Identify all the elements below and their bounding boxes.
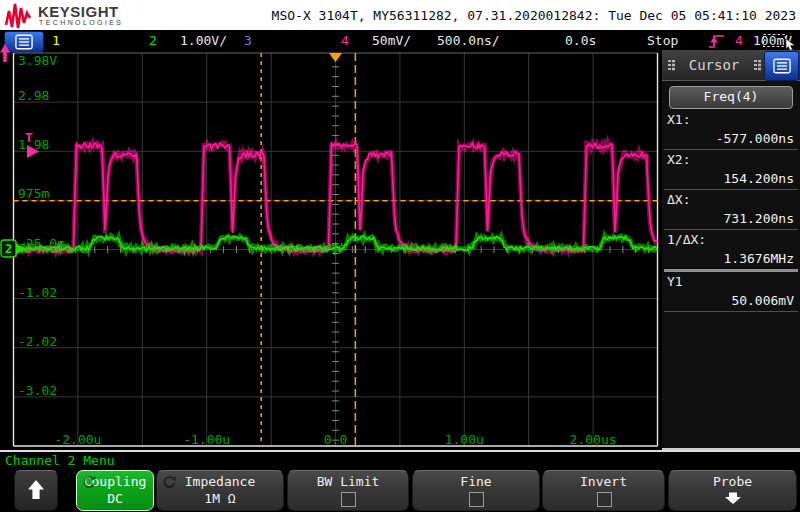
top-bar: KEYSIGHT TECHNOLOGIES MSO-X 3104T, MY563… bbox=[0, 0, 800, 30]
softkey-invert[interactable]: Invert bbox=[542, 470, 665, 511]
softkey-label: BW Limit bbox=[288, 474, 408, 489]
softkey-label: Probe bbox=[669, 474, 796, 489]
cursor-row-value[interactable]: 154.200ns bbox=[724, 171, 794, 186]
v-axis-label: 3.98V bbox=[18, 53, 57, 68]
status-ch1-label[interactable]: 1 bbox=[52, 33, 60, 48]
hamburger-menu-icon bbox=[771, 57, 793, 75]
t-axis-label: 2.00us bbox=[570, 432, 617, 447]
instrument-title: MSO-X 3104T, MY56311282, 07.31.202001284… bbox=[272, 8, 796, 23]
v-axis-label: -3.02 bbox=[18, 383, 57, 398]
status-ch2-scale[interactable]: 1.00V/ bbox=[180, 33, 227, 48]
softkey-coupling[interactable]: CouplingDC bbox=[76, 470, 154, 511]
status-run-state[interactable]: Stop bbox=[647, 33, 678, 48]
cursor-panel-menu-button[interactable] bbox=[764, 51, 799, 81]
cursor-readouts: X1:-577.000nsX2:154.200nsΔX:731.200ns1/Δ… bbox=[664, 110, 798, 312]
softkey-probe[interactable]: Probe bbox=[668, 470, 797, 511]
softkey-fine[interactable]: Fine bbox=[412, 470, 540, 511]
softkey-checkbox[interactable] bbox=[341, 492, 356, 507]
cycle-icon bbox=[162, 475, 177, 490]
cursor-row-1x: 1/ΔX:1.3676MHz bbox=[664, 230, 798, 272]
hamburger-menu-icon bbox=[13, 33, 35, 51]
v-axis-label: 2.98 bbox=[18, 88, 49, 103]
ch2-ground-badge-label: 2 bbox=[5, 242, 12, 256]
softkey-checkbox[interactable] bbox=[469, 492, 484, 507]
cursor-mode-button[interactable]: Freq(4) bbox=[669, 86, 793, 109]
cursor-row-value[interactable]: 731.200ns bbox=[724, 211, 794, 226]
cursor-row-x: ΔX:731.200ns bbox=[664, 190, 798, 230]
menu-separator-line bbox=[0, 450, 800, 452]
cursor-row-value[interactable]: 1.3676MHz bbox=[724, 251, 794, 266]
cursor-row-label: X1: bbox=[667, 112, 690, 127]
cursor-row-label: ΔX: bbox=[667, 192, 690, 207]
t-axis-label: -2.00u bbox=[54, 432, 101, 447]
cursor-row-y1: Y150.006mV bbox=[664, 272, 798, 312]
keysight-logo-icon bbox=[5, 1, 33, 29]
menu-title: Channel 2 Menu bbox=[5, 453, 115, 468]
v-axis-label: 975m bbox=[18, 186, 49, 201]
status-ch3-label[interactable]: 3 bbox=[244, 33, 252, 48]
softkey-impedance[interactable]: Impedance1M Ω bbox=[156, 470, 284, 511]
status-timebase[interactable]: 500.0ns/ bbox=[437, 33, 500, 48]
down-arrow-icon bbox=[724, 492, 742, 505]
waveform-display: 3.98V2.981.98975m-25.0m-1.02-2.02-3.02-2… bbox=[0, 52, 661, 450]
softkey-value: DC bbox=[77, 491, 153, 506]
softkey-value: 1M Ω bbox=[157, 491, 283, 506]
cursor-row-label: 1/ΔX: bbox=[667, 232, 706, 247]
status-bar: 121.00V/3450mV/500.0ns/0.0sStop4100mV bbox=[0, 30, 800, 52]
status-ch4-label[interactable]: 4 bbox=[341, 33, 349, 48]
t-axis-label: -1.00u bbox=[183, 432, 230, 447]
status-ch4-scale[interactable]: 50mV/ bbox=[372, 33, 411, 48]
cursor-row-x2: X2:154.200ns bbox=[664, 150, 798, 190]
cursor-row-label: Y1 bbox=[667, 274, 683, 289]
cursor-panel-title: Cursor bbox=[662, 57, 766, 73]
softkey-label: Invert bbox=[543, 474, 664, 489]
cursor-panel: Cursor Freq(4) X1:-577.000nsX2:154.200ns… bbox=[662, 50, 800, 450]
softkey-checkbox[interactable] bbox=[597, 492, 612, 507]
offscreen-marker-up-icon bbox=[0, 44, 11, 63]
status-ch2-label[interactable]: 2 bbox=[149, 33, 157, 48]
up-arrow-icon bbox=[26, 479, 46, 501]
cursor-row-value[interactable]: -577.000ns bbox=[716, 131, 794, 146]
cycle-icon bbox=[82, 475, 97, 490]
v-axis-label: -1.02 bbox=[18, 285, 57, 300]
selection-tool-icon[interactable] bbox=[762, 32, 798, 51]
panel-drag-grip-right[interactable] bbox=[754, 60, 757, 71]
trigger-level-marker-label: T bbox=[25, 130, 33, 145]
cursor-row-x1: X1:-577.000ns bbox=[664, 110, 798, 150]
t-axis-label: 0.0 bbox=[324, 432, 347, 447]
menu-back-button[interactable] bbox=[14, 470, 58, 511]
brand-name: KEYSIGHT bbox=[38, 3, 119, 20]
cursor-row-label: X2: bbox=[667, 152, 690, 167]
status-trigger-delay[interactable]: 0.0s bbox=[565, 33, 596, 48]
cursor-row-value[interactable]: 50.006mV bbox=[731, 293, 794, 308]
time-reference-marker[interactable] bbox=[329, 53, 342, 62]
status-trigger-source[interactable]: 4 bbox=[735, 33, 743, 48]
softkey-bw-limit[interactable]: BW Limit bbox=[287, 470, 409, 511]
t-axis-label: 1.00u bbox=[445, 432, 484, 447]
softkey-label: Fine bbox=[413, 474, 539, 489]
v-axis-label: -2.02 bbox=[18, 334, 57, 349]
trigger-edge-icon[interactable] bbox=[708, 33, 725, 50]
brand-subtitle: TECHNOLOGIES bbox=[39, 19, 123, 26]
oscilloscope-screen: { "header": { "brand": "KEYSIGHT", "bran… bbox=[0, 0, 800, 512]
